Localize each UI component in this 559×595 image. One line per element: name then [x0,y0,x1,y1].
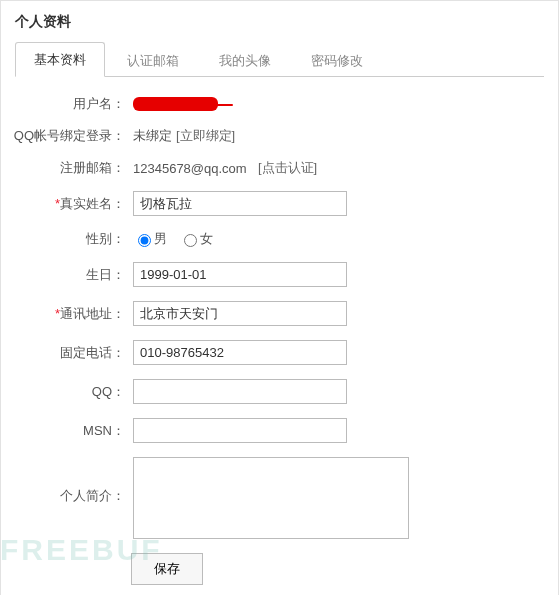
gender-male-label: 男 [154,230,167,248]
label-gender: 性别： [1,230,131,248]
label-phone: 固定电话： [1,344,131,362]
label-birthday: 生日： [1,266,131,284]
gender-male-radio[interactable] [138,234,151,247]
label-qq-bind: QQ帐号绑定登录： [1,127,131,145]
realname-input[interactable] [133,191,347,216]
username-redacted [133,97,218,111]
gender-female-label: 女 [200,230,213,248]
label-email: 注册邮箱： [1,159,131,177]
gender-female-radio[interactable] [184,234,197,247]
tab-avatar[interactable]: 我的头像 [201,44,289,77]
qq-bind-status: 未绑定 [133,127,172,145]
tab-bar: 基本资料 认证邮箱 我的头像 密码修改 [15,41,544,77]
gender-male-option[interactable]: 男 [133,230,167,248]
label-msn: MSN： [1,422,131,440]
label-realname: *真实姓名： [1,195,131,213]
intro-textarea[interactable] [133,457,409,539]
qq-input[interactable] [133,379,347,404]
gender-female-option[interactable]: 女 [179,230,213,248]
msn-input[interactable] [133,418,347,443]
label-qq: QQ： [1,383,131,401]
page-title: 个人资料 [1,1,558,41]
phone-input[interactable] [133,340,347,365]
tab-email[interactable]: 认证邮箱 [109,44,197,77]
address-input[interactable] [133,301,347,326]
save-button[interactable]: 保存 [131,553,203,585]
label-username: 用户名： [1,95,131,113]
form-area: 用户名： QQ帐号绑定登录： 未绑定 [立即绑定] 注册邮箱： 12345678… [1,77,558,595]
tab-password[interactable]: 密码修改 [293,44,381,77]
tab-basic[interactable]: 基本资料 [15,42,105,77]
qq-bind-link[interactable]: [立即绑定] [176,127,235,145]
email-value: 12345678@qq.com [133,161,247,176]
label-address: *通讯地址： [1,305,131,323]
email-verify-link[interactable]: [点击认证] [258,159,317,177]
label-intro: 个人简介： [1,457,131,505]
birthday-input[interactable] [133,262,347,287]
